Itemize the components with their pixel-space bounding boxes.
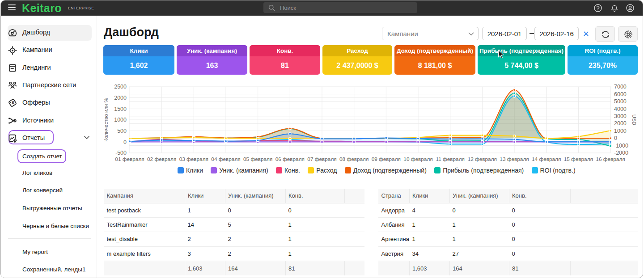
svg-text:3000: 3000	[614, 113, 627, 119]
svg-text:15 февраля: 15 февраля	[564, 156, 593, 162]
svg-text:13 февраля: 13 февраля	[500, 156, 529, 162]
svg-text:7000: 7000	[614, 84, 627, 90]
svg-text:Количество или %: Количество или %	[103, 98, 109, 142]
svg-text:5000: 5000	[614, 98, 627, 105]
svg-text:4000: 4000	[614, 106, 627, 112]
svg-text:05 февраля: 05 февраля	[243, 156, 272, 162]
svg-text:16 февраля: 16 февраля	[596, 156, 625, 162]
svg-text:03 февраля: 03 февраля	[179, 156, 208, 162]
svg-text:10 февраля: 10 февраля	[403, 156, 432, 162]
svg-text:6000: 6000	[614, 91, 627, 97]
svg-text:1000: 1000	[114, 117, 127, 123]
svg-text:0: 0	[614, 135, 617, 141]
svg-text:-1000: -1000	[614, 143, 628, 149]
svg-text:2500: 2500	[114, 84, 127, 90]
svg-text:04 февраля: 04 февраля	[211, 156, 240, 162]
svg-text:0: 0	[123, 139, 127, 145]
svg-text:09 февраля: 09 февраля	[372, 156, 401, 162]
svg-text:06 февраля: 06 февраля	[275, 156, 305, 162]
svg-text:14 февраля: 14 февраля	[532, 156, 561, 162]
svg-text:01 февраля: 01 февраля	[115, 156, 144, 162]
svg-text:500: 500	[117, 128, 127, 134]
svg-text:02 февраля: 02 февраля	[147, 156, 176, 162]
svg-text:$: $	[12, 100, 14, 105]
svg-text:11 февраля: 11 февраля	[436, 156, 464, 162]
svg-text:2000: 2000	[114, 95, 127, 101]
svg-text:-500: -500	[115, 150, 127, 156]
svg-text:1000: 1000	[614, 128, 627, 134]
svg-text:-2000: -2000	[614, 150, 628, 156]
svg-text:07 февраля: 07 февраля	[307, 156, 336, 162]
svg-text:08 февраля: 08 февраля	[339, 156, 369, 162]
svg-text:USD: USD	[631, 114, 637, 125]
svg-text:12 февраля: 12 февраля	[468, 156, 497, 162]
svg-text:2000: 2000	[614, 120, 627, 127]
svg-text:1500: 1500	[114, 106, 127, 112]
